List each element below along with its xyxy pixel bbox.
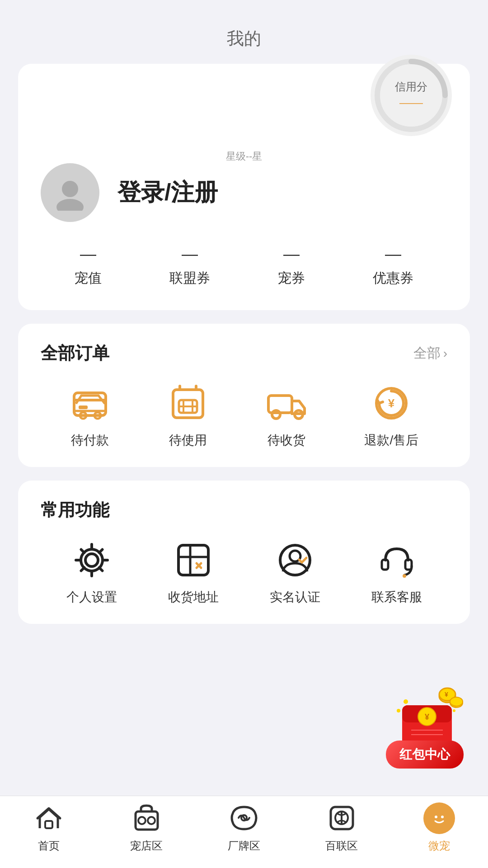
petshop-icon [131, 802, 162, 834]
svg-text:¥: ¥ [388, 396, 395, 410]
svg-point-28 [450, 697, 463, 706]
functions-card: 常用功能 个人设置 [18, 481, 470, 624]
weipet-icon [423, 802, 455, 834]
functions-title: 常用功能 [41, 499, 109, 522]
svg-point-14 [85, 554, 98, 566]
stat-chongzhi[interactable]: — 宠值 [75, 245, 102, 288]
nav-brand[interactable]: 厂牌区 [210, 802, 278, 853]
order-refund[interactable]: ¥ 退款/售后 [364, 383, 418, 449]
nav-home[interactable]: 首页 [15, 802, 83, 853]
orders-more-button[interactable]: 全部 › [413, 344, 447, 363]
svg-point-2 [56, 199, 84, 211]
stats-row: — 宠值 — 联盟券 — 宠券 — 优惠券 [41, 245, 447, 288]
order-pending-use[interactable]: 待使用 [168, 383, 208, 449]
order-delivery[interactable]: 待收货 [266, 383, 307, 449]
credit-label: 信用分 [395, 80, 427, 94]
page-header: 我的 [0, 0, 488, 64]
svg-rect-38 [45, 821, 52, 828]
svg-point-41 [148, 817, 155, 824]
stat-chongquan[interactable]: — 宠券 [278, 245, 305, 288]
stat-value-0: — [80, 245, 96, 264]
redpacket-float[interactable]: ¥ ¥ 红包中心 [380, 678, 470, 769]
stat-label-0: 宠值 [75, 269, 102, 288]
svg-rect-16 [178, 545, 208, 575]
stat-value-1: — [182, 245, 198, 264]
refund-icon: ¥ [371, 383, 412, 424]
func-service[interactable]: 联系客服 [371, 540, 422, 606]
svg-rect-9 [268, 396, 292, 413]
page-title: 我的 [227, 29, 261, 48]
orders-title: 全部订单 [41, 342, 109, 365]
payment-icon [70, 383, 110, 424]
stat-label-3: 优惠券 [373, 269, 413, 288]
svg-point-36 [397, 709, 400, 712]
nav-home-label: 首页 [38, 839, 60, 853]
credit-circle[interactable]: 信用分 —— [371, 55, 452, 136]
func-address[interactable]: 收货地址 [168, 540, 219, 606]
svg-rect-4 [79, 406, 88, 409]
nav-alliance-label: 百联区 [325, 839, 358, 853]
nav-alliance[interactable]: 百联区 [308, 802, 375, 853]
svg-point-35 [404, 699, 408, 704]
orders-header: 全部订单 全部 › [41, 342, 447, 365]
order-pending-use-label: 待使用 [169, 432, 207, 449]
stat-lianmeng[interactable]: — 联盟券 [169, 245, 210, 288]
orders-card: 全部订单 全部 › [18, 324, 470, 467]
order-delivery-label: 待收货 [267, 432, 305, 449]
svg-point-48 [441, 816, 444, 818]
func-address-label: 收货地址 [168, 589, 219, 606]
stat-youhuiquan[interactable]: — 优惠券 [373, 245, 413, 288]
svg-point-37 [453, 709, 455, 712]
home-icon [33, 802, 65, 834]
order-payment[interactable]: 待付款 [70, 383, 110, 449]
func-realname-label: 实名认证 [270, 589, 320, 606]
brand-icon [228, 802, 260, 834]
svg-point-23 [403, 574, 406, 578]
alliance-icon [326, 802, 357, 834]
address-icon [173, 540, 214, 580]
func-settings[interactable]: 个人设置 [66, 540, 117, 606]
credit-value: —— [399, 96, 423, 110]
orders-more-label: 全部 [413, 344, 441, 363]
login-button[interactable]: 登录/注册 [117, 177, 218, 208]
nav-weipet[interactable]: 微宠 [405, 802, 473, 853]
orders-icon-row: 待付款 待使用 [41, 383, 447, 449]
svg-point-47 [435, 816, 437, 818]
svg-point-1 [62, 181, 78, 197]
chevron-right-icon: › [443, 346, 447, 361]
realname-icon [275, 540, 315, 580]
svg-point-10 [272, 410, 280, 419]
order-refund-label: 退款/售后 [364, 432, 418, 449]
functions-header: 常用功能 [41, 499, 447, 522]
avatar[interactable] [41, 163, 99, 222]
func-settings-label: 个人设置 [66, 589, 117, 606]
stat-value-2: — [283, 245, 300, 264]
redpacket-illustration: ¥ ¥ [380, 678, 470, 750]
functions-icon-row: 个人设置 收货地址 [41, 540, 447, 606]
profile-top[interactable]: 登录/注册 [41, 163, 447, 222]
svg-point-40 [138, 817, 145, 824]
service-icon [376, 540, 417, 580]
func-realname[interactable]: 实名认证 [270, 540, 320, 606]
func-service-label: 联系客服 [371, 589, 422, 606]
svg-text:¥: ¥ [445, 691, 448, 698]
nav-brand-label: 厂牌区 [228, 839, 260, 853]
redpacket-button[interactable]: 红包中心 [386, 741, 464, 769]
order-payment-label: 待付款 [71, 432, 109, 449]
nav-petshop[interactable]: 宠店区 [113, 802, 180, 853]
svg-text:¥: ¥ [425, 712, 429, 722]
delivery-icon [266, 383, 307, 424]
settings-icon [71, 540, 112, 580]
nav-weipet-label: 微宠 [428, 839, 450, 853]
stat-label-2: 宠券 [278, 269, 305, 288]
svg-point-46 [431, 810, 448, 827]
stat-label-1: 联盟券 [169, 269, 210, 288]
star-level: 星级--星 [41, 150, 447, 163]
nav-petshop-label: 宠店区 [130, 839, 163, 853]
profile-card: 信用分 —— 星级--星 登录/注册 — 宠值 — 联盟券 [18, 64, 470, 310]
pending-use-icon [168, 383, 208, 424]
bottom-nav: 首页 宠店区 厂牌区 [0, 796, 488, 868]
stat-value-3: — [385, 245, 401, 264]
